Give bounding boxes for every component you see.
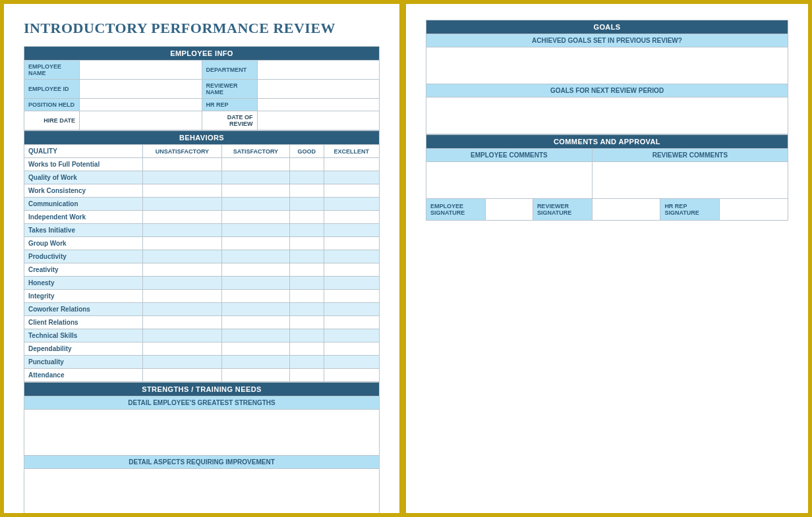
field-position-held[interactable] [80,99,202,111]
behavior-cell[interactable] [221,237,289,250]
goals-achieved-header: ACHIEVED GOALS SET IN PREVIOUS REVIEW? [426,34,788,47]
behavior-cell[interactable] [290,184,324,198]
behavior-cell[interactable] [290,303,324,316]
behavior-cell[interactable] [143,303,222,316]
goals-next-area[interactable] [426,97,788,134]
behavior-cell[interactable] [290,316,324,329]
behavior-cell[interactable] [143,158,222,171]
behavior-cell[interactable] [324,277,379,290]
behavior-cell[interactable] [143,356,222,369]
employee-comments-area[interactable] [426,162,593,199]
behavior-cell[interactable] [290,237,324,250]
behavior-cell[interactable] [324,158,379,171]
behavior-cell[interactable] [221,303,289,316]
behavior-cell[interactable] [221,316,289,329]
behavior-cell[interactable] [221,198,289,211]
behavior-cell[interactable] [324,224,379,237]
label-date-of-review: DATE OF REVIEW [202,111,257,130]
behavior-cell[interactable] [221,250,289,263]
employee-signature-field[interactable] [486,199,533,221]
behavior-cell[interactable] [143,184,222,198]
behavior-cell[interactable] [324,290,379,303]
improvement-detail-area[interactable] [24,469,380,514]
behavior-cell[interactable] [221,211,289,224]
behavior-cell[interactable] [290,369,324,382]
behavior-cell[interactable] [221,342,289,356]
behavior-cell[interactable] [290,198,324,211]
behavior-cell[interactable] [143,342,222,356]
behavior-cell[interactable] [221,171,289,184]
behavior-cell[interactable] [143,237,222,250]
behavior-cell[interactable] [290,224,324,237]
behavior-cell[interactable] [324,303,379,316]
behavior-cell[interactable] [221,277,289,290]
hr-signature-field[interactable] [720,199,788,221]
behavior-row: Client Relations [24,316,380,329]
employee-info-table: EMPLOYEE INFO EMPLOYEE NAME DEPARTMENT E… [24,46,380,130]
reviewer-comments-area[interactable] [592,162,788,199]
behavior-cell[interactable] [324,184,379,198]
reviewer-signature-label: REVIEWER SIGNATURE [533,199,592,221]
behavior-cell[interactable] [290,290,324,303]
behavior-cell[interactable] [221,356,289,369]
behavior-label: Honesty [24,277,143,290]
goals-achieved-area[interactable] [426,47,788,84]
behavior-cell[interactable] [143,198,222,211]
behavior-cell[interactable] [324,329,379,342]
behavior-cell[interactable] [143,250,222,263]
goals-header: GOALS [426,20,788,34]
behavior-cell[interactable] [324,250,379,263]
behavior-cell[interactable] [290,263,324,277]
behavior-cell[interactable] [324,342,379,356]
behavior-cell[interactable] [324,356,379,369]
behavior-cell[interactable] [290,342,324,356]
label-reviewer-name: REVIEWER NAME [202,80,257,99]
behavior-row: Communication [24,198,380,211]
behavior-cell[interactable] [221,158,289,171]
field-hr-rep[interactable] [257,99,380,111]
behavior-cell[interactable] [143,224,222,237]
behavior-label: Productivity [24,250,143,263]
behavior-cell[interactable] [143,211,222,224]
behavior-cell[interactable] [290,277,324,290]
behavior-cell[interactable] [143,369,222,382]
behavior-cell[interactable] [324,198,379,211]
behavior-cell[interactable] [324,237,379,250]
goals-table: GOALS ACHIEVED GOALS SET IN PREVIOUS REV… [426,20,788,134]
behavior-cell[interactable] [221,263,289,277]
behavior-cell[interactable] [221,184,289,198]
behavior-cell[interactable] [324,263,379,277]
behavior-cell[interactable] [143,171,222,184]
field-reviewer-name[interactable] [257,80,380,99]
behavior-cell[interactable] [143,277,222,290]
behavior-cell[interactable] [290,329,324,342]
behavior-cell[interactable] [324,316,379,329]
behavior-label: Attendance [24,369,143,382]
behavior-cell[interactable] [143,263,222,277]
field-employee-id[interactable] [80,80,202,99]
behavior-label: Dependability [24,342,143,356]
field-date-of-review[interactable] [257,111,380,130]
strengths-detail-area[interactable] [24,410,380,456]
behavior-row: Quality of Work [24,171,380,184]
behavior-label: Group Work [24,237,143,250]
behavior-cell[interactable] [290,250,324,263]
behavior-cell[interactable] [290,171,324,184]
behavior-cell[interactable] [324,171,379,184]
field-employee-name[interactable] [80,61,202,80]
behavior-cell[interactable] [290,211,324,224]
behavior-cell[interactable] [290,158,324,171]
behavior-cell[interactable] [221,290,289,303]
behavior-cell[interactable] [143,290,222,303]
behavior-cell[interactable] [324,369,379,382]
field-hire-date[interactable] [80,111,202,130]
reviewer-signature-field[interactable] [592,199,660,221]
behavior-cell[interactable] [143,316,222,329]
behavior-cell[interactable] [221,369,289,382]
behavior-cell[interactable] [221,224,289,237]
field-department[interactable] [257,61,380,80]
behavior-cell[interactable] [290,356,324,369]
behavior-cell[interactable] [221,329,289,342]
behavior-cell[interactable] [324,211,379,224]
behavior-cell[interactable] [143,329,222,342]
